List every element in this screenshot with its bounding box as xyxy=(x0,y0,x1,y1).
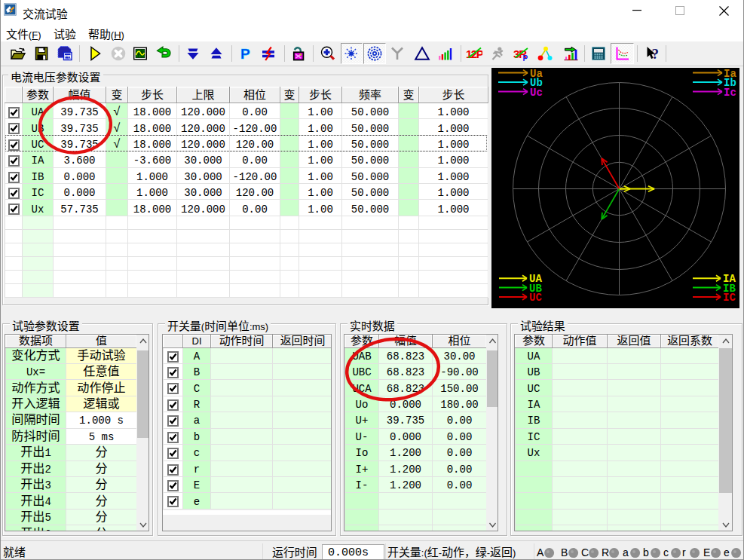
svg-text:P: P xyxy=(523,54,528,62)
svg-text:IC: IC xyxy=(723,292,736,304)
svg-text:?: ? xyxy=(652,46,660,62)
svg-text:Uc: Uc xyxy=(530,87,543,99)
svg-text:UC: UC xyxy=(529,292,542,304)
svg-text:P: P xyxy=(240,46,250,62)
svg-text:Ic: Ic xyxy=(724,87,736,99)
